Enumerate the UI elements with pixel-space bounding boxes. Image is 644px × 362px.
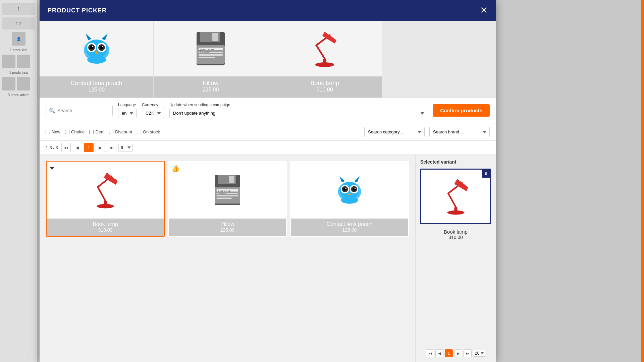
sidebar-label-2: 3 produ basi — [2, 71, 35, 74]
product-label-1: Pillow 225.00 — [169, 219, 286, 236]
sidebar-icon-2 — [2, 55, 15, 68]
showcase-item-empty — [382, 21, 496, 98]
filter-deal-checkbox[interactable] — [89, 130, 94, 134]
currency-select[interactable]: CZK — [142, 108, 164, 118]
ppg-last-button[interactable]: ⏭ — [464, 349, 472, 357]
product-img-1: @2HD 1.44 MB FORMATTED — [169, 162, 286, 219]
sidebar: 1 1 2 👤 1 produ line 3 produ basi 3 prod… — [0, 0, 38, 362]
filter-choice[interactable]: Choice — [65, 129, 85, 134]
brand-select[interactable]: Search brand... — [429, 127, 490, 137]
svg-line-62 — [448, 193, 456, 207]
search-wrapper: 🔍 — [46, 105, 113, 116]
ppg-first-button[interactable]: ⏮ — [426, 349, 434, 357]
sidebar-icon-4 — [2, 77, 15, 90]
showcase-label-1: Pillow 225.00 — [154, 76, 267, 98]
filter-discount-checkbox[interactable] — [109, 130, 113, 134]
svg-marker-2 — [86, 34, 92, 40]
showcase-name-1: Pillow — [154, 80, 267, 87]
update-label: Update when sending a campaign — [169, 103, 427, 107]
floppy-icon: @2HD 1.44 MB FORMATTED — [194, 30, 227, 67]
main-content: ★ Book lamp 310.00 — [40, 155, 496, 362]
search-input[interactable] — [46, 105, 113, 116]
product-picker-modal: PRODUCT PICKER ✕ — [40, 0, 496, 362]
product-label-2: Contact lens pouch 125.00 — [291, 219, 408, 236]
product-price-1: 225.00 — [170, 227, 285, 233]
svg-rect-43 — [217, 198, 232, 199]
ppg-next-button[interactable]: ▶ — [454, 349, 462, 357]
svg-text:@2HD 1.44 MB: @2HD 1.44 MB — [200, 49, 214, 51]
showcase-price-0: 125.00 — [40, 87, 153, 93]
product-img-0 — [47, 162, 164, 219]
product-name-0: Book lamp — [48, 221, 163, 227]
orange-accent-bar — [641, 0, 644, 362]
ppg-per-page-select[interactable]: 20 50 — [473, 350, 485, 357]
svg-rect-21 — [199, 57, 215, 58]
svg-rect-38 — [229, 176, 234, 183]
star-badge-0: ★ — [49, 164, 55, 172]
showcase-label-0: Contact lens pouch 125.00 — [40, 76, 153, 98]
language-select[interactable]: en — [118, 108, 137, 118]
sidebar-item-2: 1 2 — [2, 17, 35, 29]
page-first-button[interactable]: ⏮ — [61, 143, 71, 152]
ppg-prev-button[interactable]: ◀ — [435, 349, 443, 357]
language-group: Language en — [118, 103, 137, 118]
search-icon: 🔍 — [49, 108, 55, 114]
sidebar-item-1: 1 — [2, 3, 35, 15]
svg-marker-48 — [339, 176, 345, 182]
svg-line-32 — [98, 187, 105, 201]
filter-discount-label: Discount — [115, 129, 132, 134]
product-label-0: Book lamp 310.00 — [47, 219, 164, 236]
selected-variant-card: 0 — [420, 169, 491, 224]
filter-onstock-checkbox[interactable] — [137, 130, 141, 134]
modal-close-button[interactable]: ✕ — [480, 6, 488, 15]
page-last-button[interactable]: ⏭ — [107, 143, 116, 152]
filter-deal[interactable]: Deal — [89, 129, 104, 134]
confirm-products-button[interactable]: Confirm products — [433, 104, 490, 117]
svg-text:FORMATTED: FORMATTED — [200, 51, 210, 53]
product-card-2[interactable]: Contact lens pouch 125.00 — [290, 161, 409, 237]
showcase-name-0: Contact lens pouch — [40, 80, 153, 87]
filter-new[interactable]: New — [46, 129, 60, 134]
sidebar-row-3 — [2, 77, 35, 90]
per-page-select[interactable]: 6 12 24 — [118, 144, 133, 152]
showcase-item-2[interactable]: Book lamp 310.00 — [268, 21, 382, 98]
filter-discount[interactable]: Discount — [109, 129, 132, 134]
svg-text:@2HD 1.44 MB: @2HD 1.44 MB — [218, 190, 230, 192]
modal-header: PRODUCT PICKER ✕ — [40, 0, 496, 21]
update-select[interactable]: Don't update anything — [169, 108, 427, 118]
selected-variant-panel: Selected variant 0 Book lamp 310.00 — [415, 155, 496, 362]
svg-point-56 — [345, 188, 346, 189]
thumb-badge-1: 👍 — [171, 164, 180, 172]
page-1-button[interactable]: 1 — [84, 143, 94, 152]
showcase-label-2: Book lamp 310.00 — [268, 76, 382, 98]
showcase-item-0[interactable]: Contact lens pouch 125.00 — [40, 21, 154, 98]
language-label: Language — [118, 103, 137, 107]
category-select[interactable]: Search category... — [364, 127, 425, 137]
filter-new-label: New — [52, 129, 60, 134]
filter-new-checkbox[interactable] — [46, 130, 50, 134]
ppg-page-1-button[interactable]: 1 — [445, 349, 453, 357]
owl-img-2 — [333, 172, 366, 208]
filter-bar: New Choice Deal Discount On stock Search… — [40, 123, 496, 141]
book-lamp-icon-showcase — [306, 28, 343, 69]
svg-rect-16 — [212, 33, 218, 41]
selected-variant-img — [421, 170, 490, 223]
showcase-img-0 — [40, 21, 153, 76]
product-card-0[interactable]: ★ Book lamp 310.00 — [46, 161, 165, 237]
svg-marker-49 — [354, 176, 360, 182]
selected-variant-price: 310.00 — [422, 235, 489, 240]
sidebar-label-3: 3 produ advan — [2, 93, 35, 97]
svg-point-57 — [354, 188, 356, 189]
filter-choice-checkbox[interactable] — [65, 130, 69, 134]
showcase-price-2: 310.00 — [268, 87, 382, 93]
pagination-bar: 1-3 / 3 ⏮ ◀ 1 ▶ ⏭ 6 12 24 — [40, 141, 496, 155]
svg-text:FORMATTED: FORMATTED — [218, 193, 227, 194]
product-price-0: 310.00 — [48, 227, 163, 233]
product-card-1[interactable]: 👍 @2HD 1.44 MB FORMATTED — [168, 161, 287, 237]
svg-rect-25 — [323, 59, 326, 65]
page-next-button[interactable]: ▶ — [96, 143, 105, 152]
page-prev-button[interactable]: ◀ — [73, 143, 82, 152]
controls-bar: 🔍 Language en Currency CZK Update when s… — [40, 98, 496, 123]
filter-onstock[interactable]: On stock — [137, 129, 160, 134]
showcase-item-1[interactable]: @2HD 1.44 MB FORMATTED Pillow 225.00 — [154, 21, 268, 98]
